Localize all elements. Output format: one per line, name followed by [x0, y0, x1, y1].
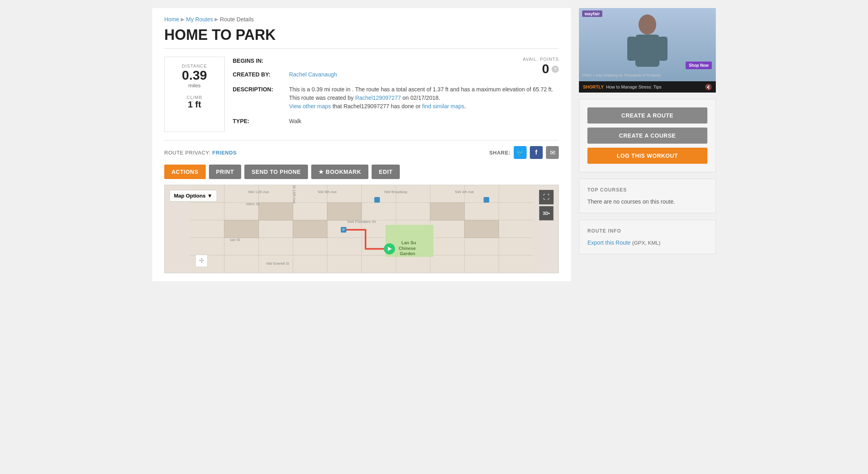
route-info-title: ROUTE INFO	[587, 228, 707, 234]
climb-stat: CLIMB 1 ft	[173, 95, 216, 109]
svg-rect-18	[224, 220, 258, 238]
distance-value: 0.39	[173, 68, 216, 82]
info-table: BEGINS IN: CREATED BY: Rachel Cavanaugh …	[233, 57, 559, 132]
sidebar-cta-card: CREATE A ROUTE CREATE A COURSE LOG THIS …	[579, 99, 716, 172]
export-route-link[interactable]: Export this Route	[587, 239, 630, 246]
ad-box: wayfair Shop Now FREE 2-Day Shipping on …	[579, 8, 716, 93]
create-route-button[interactable]: CREATE A ROUTE	[587, 107, 707, 124]
begins-in-row: BEGINS IN:	[233, 57, 337, 64]
created-by-value: Rachel Cavanaugh	[289, 70, 337, 79]
svg-text:NW Flanders St: NW Flanders St	[347, 219, 376, 224]
share-label: SHARE:	[489, 150, 510, 156]
svg-rect-19	[258, 203, 293, 221]
description-user-link[interactable]: Rachel129097277	[355, 95, 401, 101]
edit-button[interactable]: EDIT	[372, 165, 400, 179]
ad-mute-icon[interactable]: 🔇	[705, 84, 712, 90]
ad-wayfair-logo: wayfair	[582, 10, 602, 17]
privacy-label: ROUTE PRIVACY:	[164, 150, 211, 156]
share-twitter-icon[interactable]: 🐦	[514, 146, 527, 159]
svg-text:san St: san St	[230, 238, 240, 242]
breadcrumb-current: Route Details	[220, 16, 254, 23]
created-by-row: CREATED BY: Rachel Cavanaugh	[233, 70, 337, 79]
action-buttons: ACTIONS PRINT SEND TO PHONE ★ BOOKMARK E…	[164, 165, 559, 179]
description-row: DESCRIPTION: This is a 0.39 mi route in …	[233, 85, 559, 111]
ad-person: wayfair Shop Now FREE 2-Day Shipping on …	[579, 8, 716, 81]
type-label: TYPE:	[233, 117, 289, 124]
log-workout-button[interactable]: LOG THIS WORKOUT	[587, 148, 707, 164]
svg-text:NW 11th Ave: NW 11th Ave	[248, 190, 269, 194]
svg-rect-38	[374, 197, 380, 203]
distance-stat: DISTANCE 0.39 miles	[173, 64, 216, 89]
type-row: TYPE: Walk	[233, 117, 559, 126]
bookmark-button[interactable]: ★ BOOKMARK	[311, 165, 368, 179]
ad-shop-button[interactable]: Shop Now	[686, 62, 712, 69]
svg-text:NW 4th Ave: NW 4th Ave	[455, 190, 474, 194]
ad-free-shipping-text: FREE 2-Day Shipping on Thousands of Prod…	[582, 73, 661, 77]
avail-points-label: AVAIL. POINTS	[523, 57, 559, 62]
help-icon[interactable]: ?	[552, 66, 559, 73]
breadcrumb-sep-1: ▶	[181, 16, 184, 22]
ad-person-svg	[627, 12, 668, 77]
avail-points-value: 0 ?	[523, 62, 559, 76]
distance-unit: miles	[173, 82, 216, 89]
description-label: DESCRIPTION:	[233, 85, 289, 93]
map-container: Lan Su Chinese Garden NW 11th Ave NW 11t…	[164, 185, 559, 273]
svg-rect-23	[465, 220, 499, 238]
description-value: This is a 0.39 mi route in . The route h…	[289, 85, 559, 111]
ad-bottom-bar: SHORTLY How to Manage Stress: Tips 🔇	[579, 81, 716, 93]
svg-text:nders St: nders St	[246, 202, 260, 206]
sidebar: wayfair Shop Now FREE 2-Day Shipping on …	[579, 8, 716, 281]
type-value: Walk	[289, 117, 559, 126]
privacy-share-bar: ROUTE PRIVACY: FRIENDS SHARE: 🐦 f ✉	[164, 140, 559, 159]
top-courses-title: TOP COURSES	[587, 187, 707, 193]
ad-video-area: wayfair Shop Now FREE 2-Day Shipping on …	[579, 8, 716, 81]
svg-text:Chinese: Chinese	[399, 246, 415, 251]
climb-value: 1 ft	[173, 100, 216, 109]
breadcrumb-my-routes[interactable]: My Routes	[186, 16, 213, 23]
map-svg: Lan Su Chinese Garden NW 11th Ave NW 11t…	[165, 185, 558, 273]
view-other-maps-link[interactable]: View other maps	[289, 103, 331, 109]
svg-text:NW Everett St: NW Everett St	[267, 262, 289, 266]
sidebar-top-courses-card: TOP COURSES There are no courses on this…	[579, 179, 716, 213]
svg-rect-21	[327, 203, 362, 221]
svg-rect-37	[484, 197, 489, 203]
created-by-label: CREATED BY:	[233, 70, 289, 78]
created-by-link[interactable]: Rachel Cavanaugh	[289, 71, 337, 78]
breadcrumb-sep-2: ▶	[215, 16, 218, 22]
find-similar-link[interactable]: find similar maps	[422, 103, 465, 109]
svg-rect-44	[659, 37, 668, 61]
svg-point-41	[639, 14, 656, 35]
share-email-icon[interactable]: ✉	[546, 146, 559, 159]
svg-rect-22	[430, 203, 464, 221]
send-to-phone-button[interactable]: SEND TO PHONE	[244, 165, 308, 179]
svg-rect-42	[635, 35, 659, 67]
ad-inner: wayfair Shop Now FREE 2-Day Shipping on …	[579, 8, 716, 93]
map-fullscreen-button[interactable]: ⛶	[539, 190, 554, 204]
print-button[interactable]: PRINT	[209, 165, 242, 179]
stats-box: DISTANCE 0.39 miles CLIMB 1 ft	[164, 57, 225, 132]
page-title: HOME TO PARK	[164, 27, 559, 49]
breadcrumb-home[interactable]: Home	[164, 16, 179, 23]
details-row: DISTANCE 0.39 miles CLIMB 1 ft BEGINS IN…	[164, 57, 559, 132]
svg-rect-43	[627, 37, 636, 61]
ad-shortly-label: SHORTLY	[583, 84, 604, 89]
svg-text:NW 8th Ave: NW 8th Ave	[318, 190, 337, 194]
svg-text:NW 11th Ave: NW 11th Ave	[292, 185, 296, 204]
create-course-button[interactable]: CREATE A COURSE	[587, 128, 707, 144]
privacy-value-link[interactable]: FRIENDS	[212, 150, 237, 156]
map-3d-button[interactable]: 3D•	[539, 206, 554, 221]
desc-period: .	[465, 103, 466, 109]
map-options-button[interactable]: Map Options ▼	[169, 190, 217, 202]
share-facebook-icon[interactable]: f	[530, 146, 543, 159]
share-section: SHARE: 🐦 f ✉	[489, 146, 559, 159]
route-privacy: ROUTE PRIVACY: FRIENDS	[164, 150, 237, 156]
top-courses-text: There are no courses on this route.	[587, 198, 707, 205]
ad-title-text: How to Manage Stress: Tips	[606, 84, 705, 89]
begins-in-label: BEGINS IN:	[233, 57, 289, 64]
map-options-label: Map Options	[174, 193, 206, 199]
svg-text:✛: ✛	[199, 257, 204, 264]
actions-button[interactable]: ACTIONS	[164, 165, 206, 179]
svg-text:Garden: Garden	[400, 251, 415, 256]
avail-points: AVAIL. POINTS 0 ?	[523, 57, 559, 76]
sidebar-route-info-card: ROUTE INFO Export this Route (GPX, KML)	[579, 220, 716, 254]
